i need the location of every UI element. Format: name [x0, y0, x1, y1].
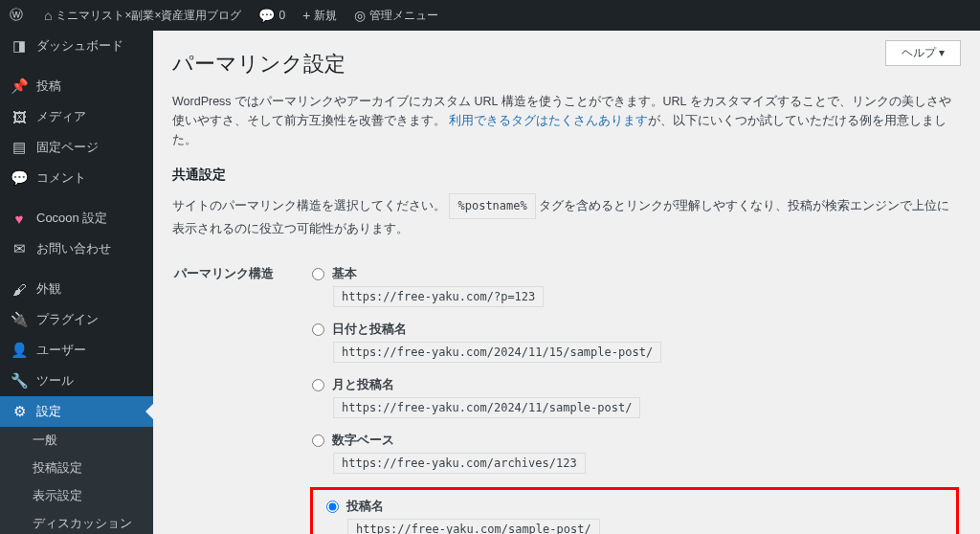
menu-dashboard[interactable]: ◨ダッシュボード	[0, 31, 153, 61]
sub-writing[interactable]: 投稿設定	[0, 455, 153, 482]
mail-icon: ✉	[10, 240, 29, 257]
label-numeric[interactable]: 数字ベース	[332, 432, 394, 449]
example-numeric: https://free-yaku.com/archives/123	[333, 453, 586, 474]
highlighted-option: 投稿名 https://free-yaku.com/sample-post/	[310, 487, 959, 534]
menu-pages[interactable]: ▤固定ページ	[0, 132, 153, 163]
page-title: パーマリンク設定	[172, 50, 961, 78]
sub-general[interactable]: 一般	[0, 427, 153, 455]
label-month[interactable]: 月と投稿名	[332, 376, 394, 393]
user-icon: 👤	[10, 342, 29, 359]
menu-cocoon[interactable]: ♥Cocoon 設定	[0, 203, 153, 234]
radio-numeric[interactable]	[312, 434, 324, 447]
label-postname[interactable]: 投稿名	[346, 498, 384, 515]
radio-day[interactable]	[312, 323, 324, 336]
common-heading: 共通設定	[172, 167, 961, 184]
media-icon: 🖾	[10, 109, 29, 125]
label-day[interactable]: 日付と投稿名	[332, 321, 407, 338]
menu-appearance[interactable]: 🖌外観	[0, 274, 153, 304]
admin-sidebar: ◨ダッシュボード 📌投稿 🖾メディア ▤固定ページ 💬コメント ♥Cocoon …	[0, 31, 153, 534]
settings-submenu: 一般 投稿設定 表示設定 ディスカッション メディア パーマリンク プライバシー…	[0, 427, 153, 534]
sub-reading[interactable]: 表示設定	[0, 482, 153, 510]
new-content[interactable]: +新規	[302, 8, 337, 24]
comment-icon: 💬	[10, 169, 29, 187]
example-plain: https://free-yaku.com/?p=123	[333, 286, 544, 307]
common-desc: サイトのパーマリンク構造を選択してください。 %postname% タグを含める…	[172, 193, 961, 238]
page-icon: ▤	[10, 139, 29, 156]
intro-link[interactable]: 利用できるタグはたくさんあります	[449, 114, 648, 127]
intro-text: WordPress ではパーマリンクやアーカイブにカスタム URL 構造を使うこ…	[172, 92, 961, 149]
sub-discussion[interactable]: ディスカッション	[0, 510, 153, 534]
comments-count[interactable]: 💬0	[258, 8, 285, 23]
site-name[interactable]: ⌂ミニマリスト×副業×資産運用ブログ	[44, 8, 241, 24]
menu-users[interactable]: 👤ユーザー	[0, 335, 153, 366]
postname-tag-inline: %postname%	[449, 193, 535, 219]
structure-label: パーマリンク構造	[174, 256, 308, 534]
dashboard-icon: ◨	[10, 37, 29, 55]
label-plain[interactable]: 基本	[332, 265, 357, 282]
pin-icon: 📌	[10, 78, 29, 95]
help-tab[interactable]: ヘルプ ▾	[885, 40, 961, 66]
sliders-icon: ⚙	[10, 403, 29, 420]
menu-contact[interactable]: ✉お問い合わせ	[0, 234, 153, 264]
admin-menu-link[interactable]: ◎管理メニュー	[354, 8, 438, 24]
menu-tools[interactable]: 🔧ツール	[0, 366, 153, 396]
example-day: https://free-yaku.com/2024/11/15/sample-…	[333, 342, 661, 363]
admin-toolbar: ⓦ ⌂ミニマリスト×副業×資産運用ブログ 💬0 +新規 ◎管理メニュー	[0, 0, 980, 31]
main-content: ヘルプ ▾ パーマリンク設定 WordPress ではパーマリンクやアーカイブに…	[153, 31, 980, 534]
wrench-icon: 🔧	[10, 372, 29, 389]
menu-settings[interactable]: ⚙設定	[0, 396, 153, 427]
plug-icon: 🔌	[10, 311, 29, 328]
example-month: https://free-yaku.com/2024/11/sample-pos…	[333, 397, 640, 418]
brush-icon: 🖌	[10, 281, 29, 298]
heart-icon: ♥	[10, 211, 29, 227]
menu-plugins[interactable]: 🔌プラグイン	[0, 304, 153, 335]
menu-posts[interactable]: 📌投稿	[0, 71, 153, 101]
menu-media[interactable]: 🖾メディア	[0, 101, 153, 132]
menu-comments[interactable]: 💬コメント	[0, 163, 153, 193]
radio-postname[interactable]	[326, 501, 339, 513]
radio-plain[interactable]	[312, 268, 324, 280]
radio-month[interactable]	[312, 379, 324, 391]
wp-logo[interactable]: ⓦ	[10, 7, 27, 24]
example-postname: https://free-yaku.com/sample-post/	[347, 519, 600, 534]
